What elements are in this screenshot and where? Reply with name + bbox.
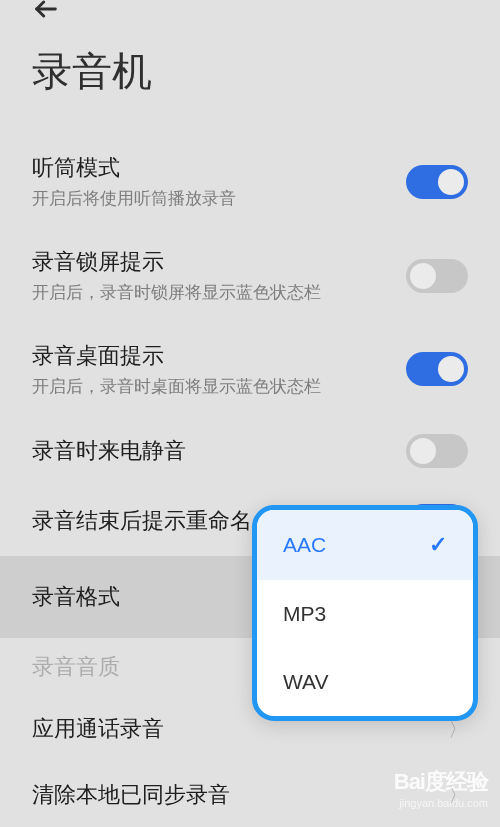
setting-mute-on-call[interactable]: 录音时来电静音 (0, 416, 500, 486)
watermark-url: jingyan.baidu.com (394, 797, 488, 809)
setting-text: 清除本地已同步录音 (32, 780, 448, 810)
format-option-wav[interactable]: WAV (257, 648, 473, 716)
setting-text: 录音桌面提示 开启后，录音时桌面将显示蓝色状态栏 (32, 341, 406, 399)
setting-earpiece-mode[interactable]: 听筒模式 开启后将使用听筒播放录音 (0, 135, 500, 229)
setting-text: 听筒模式 开启后将使用听筒播放录音 (32, 153, 406, 211)
setting-lockscreen-hint[interactable]: 录音锁屏提示 开启后，录音时锁屏将显示蓝色状态栏 (0, 229, 500, 323)
format-option-mp3[interactable]: MP3 (257, 580, 473, 648)
toggle-knob (438, 169, 464, 195)
setting-text: 录音锁屏提示 开启后，录音时锁屏将显示蓝色状态栏 (32, 247, 406, 305)
setting-title: 录音时来电静音 (32, 436, 406, 466)
setting-desc: 开启后，录音时桌面将显示蓝色状态栏 (32, 375, 406, 399)
back-button[interactable] (32, 0, 60, 30)
format-option-aac[interactable]: AAC ✓ (257, 510, 473, 580)
toggle-knob (410, 438, 436, 464)
toggle-desktop[interactable] (406, 352, 468, 386)
setting-desktop-hint[interactable]: 录音桌面提示 开启后，录音时桌面将显示蓝色状态栏 (0, 323, 500, 417)
option-label: MP3 (283, 602, 326, 626)
setting-desc: 开启后将使用听筒播放录音 (32, 187, 406, 211)
setting-title: 录音锁屏提示 (32, 247, 406, 277)
toggle-earpiece[interactable] (406, 165, 468, 199)
check-icon: ✓ (429, 532, 447, 558)
option-label: WAV (283, 670, 329, 694)
toggle-knob (410, 263, 436, 289)
setting-title: 录音桌面提示 (32, 341, 406, 371)
toggle-knob (438, 356, 464, 382)
format-popup: AAC ✓ MP3 WAV (252, 505, 478, 721)
toggle-lockscreen[interactable] (406, 259, 468, 293)
arrow-left-icon (32, 0, 60, 23)
watermark: Bai度经验 jingyan.baidu.com (394, 767, 488, 809)
setting-desc: 开启后，录音时锁屏将显示蓝色状态栏 (32, 281, 406, 305)
setting-text: 录音时来电静音 (32, 436, 406, 466)
option-label: AAC (283, 533, 326, 557)
watermark-logo: Bai度经验 (394, 767, 488, 797)
page-title: 录音机 (0, 0, 500, 135)
setting-title: 听筒模式 (32, 153, 406, 183)
setting-title: 清除本地已同步录音 (32, 780, 448, 810)
toggle-mute-call[interactable] (406, 434, 468, 468)
